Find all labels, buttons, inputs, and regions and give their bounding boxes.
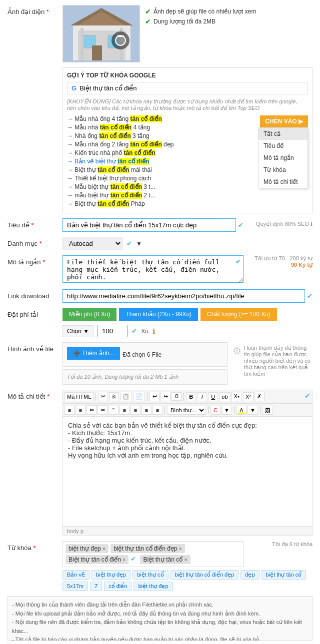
toolbar-sup-btn[interactable]: X² [243,392,254,401]
phi-mien-phi-btn[interactable]: Miễn phí (0 Xu) [62,308,116,321]
toolbar-image-btn[interactable]: 🖼 [262,406,273,415]
link-download-check: ✔ [307,292,312,300]
suggest-tag[interactable]: 7 [90,582,102,591]
link-download-label: Link download [8,289,62,300]
suggest-tag[interactable]: biệt thự cổ [132,570,168,580]
dropdown-item-motangan[interactable]: Mô tả ngắn [258,152,308,164]
toolbar-cut-btn[interactable]: ✂ [98,392,108,401]
suggest-tag[interactable]: cổ điển [104,582,132,591]
suggest-tag[interactable]: biệt thự tân cổ điển đẹp [170,570,239,580]
tag-remove[interactable]: × [102,546,106,552]
toolbar-align-left-btn[interactable]: ≡ [120,406,130,415]
suggest-item: → Mẫu nhà ống 2 tầng tân cổ điển đẹp [67,141,258,148]
suggest-item: → Biệt thự tân cổ điển mái thái [67,166,258,173]
insert-column: CHÈN VÀO ▶ Tất cả Tiêu đề Mô tả ngắn Từ … [260,115,308,130]
suggest-tags: Bản vẽ biệt thự đẹp biệt thự cổ biệt thự… [62,570,312,591]
suggest-tag[interactable]: Bản vẽ [62,570,90,580]
toolbar-underline-btn[interactable]: U [208,392,218,401]
suggest-tag[interactable]: biệt thự đẹp [92,570,130,580]
phi-chat-luong-btn[interactable]: Chất lượng (>= 100 Xu) [200,308,277,321]
xu-info-icon: ℹ [152,327,155,335]
google-suggest-title: GỢI Ý TOP TỪ KHÓA GOOGLE [67,72,308,79]
toolbar-html-btn[interactable]: Mã HTML [64,392,94,401]
svg-rect-12 [117,35,124,37]
toolbar-paste-btn[interactable]: 📋 [120,392,132,401]
upload-area: ➕ Thêm ảnh... Đã chọn 6 File [62,342,228,367]
chen-vao-button[interactable]: CHÈN VÀO ▶ [260,115,308,127]
dieu-khoan-item: - Tất cả file bị báo cáo vi phạm bản quy… [12,636,308,641]
toolbar-special-btn[interactable]: Ω [172,392,182,401]
suggest-items: → Mẫu nhà ống 4 tầng tân cổ điển → Mẫu n… [67,115,258,209]
suggest-item: → Thiết kế biệt thự phong cách [67,175,258,182]
tieu-de-input[interactable] [62,218,236,232]
check-icon-2: ✔ [145,17,151,25]
toolbar-redo-btn[interactable]: ↪ [160,392,170,401]
them-anh-button[interactable]: ➕ Thêm ảnh... [67,347,120,360]
suggest-item-selected[interactable]: → Bản vẽ biệt thự tân cổ điển [67,158,258,165]
tag-remove[interactable]: × [179,546,182,552]
dieu-khoan-box: - Mọi thông tin của thành viên đăng tải … [8,596,312,641]
check-icon-1: ✔ [145,7,151,15]
toolbar-a-btn[interactable]: A [236,406,246,415]
toolbar-indent-btn[interactable]: ⇒ [98,405,108,415]
toolbar-copy-btn[interactable]: ⎘ [109,392,119,401]
phi-tham-khao-btn[interactable]: Tham khảo (2Xu - 99Xu) [119,308,198,321]
chon-dropdown-btn[interactable]: Chọn ▼ [62,325,94,337]
xu-value-input[interactable] [98,325,128,337]
dropdown-item-tukhoa[interactable]: Từ khóa [258,164,308,176]
suggest-tag[interactable]: đẹp [240,570,259,580]
toolbar-blockquote-btn[interactable]: " [108,406,118,415]
toolbar-a-dropdown-btn[interactable]: ▼ [248,406,258,415]
editor-toolbar-row2: ≡ ≡ ⇐ ⇒ " ≡ ≡ ≡ ≡ Bình thư... C ▼ A ▼ [62,403,312,417]
toolbar-strike-btn[interactable]: ob [219,392,230,401]
suggest-item: → Mẫu nhà ống 4 tầng tân cổ điển [67,115,258,122]
toolbar-c-btn[interactable]: C [210,406,220,415]
format-select[interactable]: Bình thư... [167,406,206,415]
dieu-khoan-item: - Nội dung file nên đã được kiểm tra, đả… [12,618,308,636]
toolbar-align-center-btn[interactable]: ≡ [130,406,140,415]
toolbar-undo-btn[interactable]: ↩ [150,392,160,401]
toolbar-ul-btn[interactable]: ≡ [76,406,86,415]
anh-dai-dien-label: Ảnh đại diện * [8,5,62,15]
tags-check: ✔ [130,555,136,563]
toolbar-outdent-btn[interactable]: ⇐ [86,405,96,415]
dieu-khoan-item: - Mọi thông tin của thành viên đăng tải … [12,601,308,610]
mo-ta-ngan-textarea[interactable]: File thiết kế biệt thự tân cổ điển full … [62,255,244,283]
toolbar-align-right-btn[interactable]: ≡ [142,406,152,415]
toolbar-paste-text-btn[interactable]: 📄 [133,392,145,401]
toolbar-bold-btn[interactable]: B [186,392,196,401]
suggest-tag[interactable]: biệt thự tân cổ [262,570,306,580]
google-search-input[interactable] [80,84,304,92]
toolbar-remove-format-btn[interactable]: ✗ [254,392,264,401]
google-note: [KHUYẾN DÙNG] Các từ khóa này thường đượ… [67,98,308,111]
mo-ta-count: 90 Ký tự [248,262,312,268]
tags-input[interactable]: biệt thự đẹp × biệt thự tân cổ điển đẹp … [62,541,244,567]
editor-check: ✔ [304,392,310,400]
toolbar-italic-btn[interactable]: I [197,392,207,401]
link-download-input[interactable] [62,289,305,303]
dropdown-item-tatca[interactable]: Tất cả [258,128,308,140]
editor-toolbar-row1: Mã HTML ✂ ⎘ 📋 📄 ↩ ↪ Ω B I U ob X₂ X² ✗ [62,390,312,403]
tag-item: Biệt thự tân cổ × [140,555,190,564]
suggest-tag[interactable]: biệt thự đẹp [134,582,172,591]
tag-remove[interactable]: × [184,557,187,563]
toolbar-c-dropdown-btn[interactable]: ▼ [222,406,232,415]
toolbar-align-justify-btn[interactable]: ≡ [152,406,162,415]
google-logo: G [72,84,76,92]
dropdown-item-tieude[interactable]: Tiêu đề [258,140,308,152]
mo-ta-chi-tiet-label: Mô tả chi tiết * [8,390,62,400]
toolbar-ol-btn[interactable]: ≡ [64,406,74,415]
toolbar-sub-btn[interactable]: X₂ [232,392,242,401]
hinh-anh-label: Hình ảnh về file [8,342,62,353]
insert-dropdown: Tất cả Tiêu đề Mô tả ngắn Từ khóa Mô tả … [258,127,308,188]
dieu-khoan-item: - Mọi file khi upload phải đảm bảo mở đư… [12,610,308,619]
dropdown-item-motachitiet[interactable]: Mô tả chi tiết [258,176,308,188]
image-notes: ✔ Ảnh đẹp sẽ giúp file có nhiều lượt xem… [145,5,256,62]
suggest-item: → Mẫu biệt thự tân cổ điển 3 t... [67,183,258,190]
suggest-item: → Mẫu nhà tân cổ điển 4 tầng [67,124,258,131]
tag-remove[interactable]: × [122,557,126,563]
suggest-tag[interactable]: 5x17m [62,582,88,591]
danh-muc-select[interactable]: Autocad [62,237,122,250]
editor-footer: body p [62,527,312,536]
editor-body[interactable]: Chia sẻ với các bạn bản vẽ thiết kế biệt… [62,417,312,527]
